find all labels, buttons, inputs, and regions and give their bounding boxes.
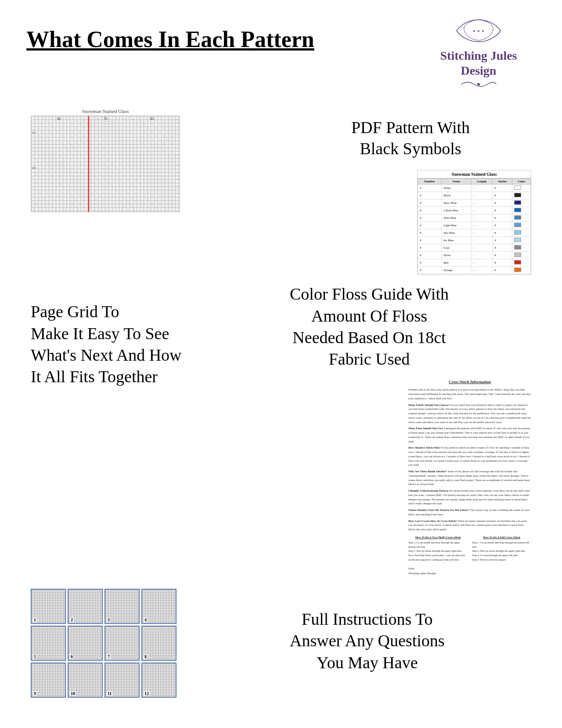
col-length: Length	[471, 179, 492, 185]
stitch-overlay: // This is decorative - just draw many x…	[31, 116, 180, 212]
color-swatch-cell	[512, 199, 531, 207]
floss-row: #Navy Blue-#	[418, 199, 531, 207]
content-grid: Snowman Stained Glass 60 70 80	[26, 104, 536, 702]
page-grid-text: Page Grid To Make It Easy To See What's …	[31, 301, 272, 388]
color-swatch	[514, 268, 521, 272]
logo-swirl-icon: ✦ ✦ ✦	[452, 18, 505, 44]
color-swatch	[514, 223, 521, 227]
cs-para: I Bought A Monochrome Pattern For monoch…	[408, 489, 531, 506]
color-floss-title: Color Floss Guide With Amount Of Floss N…	[290, 283, 449, 370]
full-step: Step 3: Go back through the upper left h…	[472, 554, 531, 558]
cs-info-title: Cross Stitch Information	[408, 379, 531, 385]
color-swatch-cell	[512, 222, 531, 229]
color-swatch	[514, 193, 521, 197]
floss-row: #Gray-#	[418, 244, 531, 252]
floss-row: #Cobalt Blue-#	[418, 207, 531, 214]
thumbnail: 12	[141, 663, 177, 698]
floss-row: #Silver-#	[418, 252, 531, 259]
signature-brand: Stitching Jules Design	[408, 571, 531, 576]
svg-text:✦ ✦ ✦: ✦ ✦ ✦	[472, 29, 485, 33]
cs-para: What Floss Should You Use? I designed th…	[408, 426, 531, 443]
col-number: Number	[418, 179, 442, 185]
cs-paragraphs-container: Whether this is the first cross stitch p…	[408, 388, 531, 532]
logo-area: ✦ ✦ ✦ Stitching Jules Design	[422, 18, 536, 91]
floss-row: #Ice Blue-#	[418, 237, 531, 244]
signature-name: Jules	[408, 566, 531, 571]
thumbnail-number: 4	[144, 617, 148, 622]
floss-table: Snowman Stained Glass Number Name Length…	[417, 170, 531, 275]
bottom-section: Everything Comes Together On Last Page W…	[26, 720, 536, 728]
col-color: Color	[512, 179, 531, 185]
thumbnail: 10	[68, 663, 103, 698]
section-pdf-pattern: PDF Pattern With Black Symbols Snowman S…	[281, 104, 536, 279]
full-step: Step 2: Next go down through the upper r…	[472, 549, 531, 554]
header: What Comes In Each Pattern ✦ ✦ ✦ Stitchi…	[26, 18, 536, 91]
cs-para: Whether this is the first cross stitch p…	[408, 388, 531, 400]
floss-row: #Light Blue-#	[418, 222, 531, 229]
thumbnail-number: 2	[70, 617, 74, 622]
thumbnail: 7	[104, 626, 140, 661]
signature-block: Jules Stitching Jules Design	[408, 566, 531, 576]
grid-pattern: 60 70 80 // This is decorative - just dr…	[31, 116, 180, 212]
full-step: Step 1: Go up needle and floss through t…	[472, 541, 531, 549]
section-pattern-image: Snowman Stained Glass 60 70 80	[26, 104, 281, 279]
cross-stitch-pattern-image: 60 70 80 // This is decorative - just dr…	[31, 116, 180, 212]
thumbnail-number: 8	[144, 654, 148, 659]
section-thumbnails: 123456789101112	[26, 580, 281, 702]
section-page-grid-text: Page Grid To Make It Easy To See What's …	[26, 279, 281, 580]
thumbnail: 1	[31, 589, 66, 624]
floss-row: #White-#	[418, 185, 531, 192]
thumbnail: 8	[141, 626, 177, 661]
svg-point-1	[477, 83, 480, 86]
page: What Comes In Each Pattern ✦ ✦ ✦ Stitchi…	[0, 0, 562, 728]
thumbnail-number: 1	[33, 617, 37, 622]
full-stitch-col: How To Do A Full Cross Stitch Step 1: Go…	[472, 535, 531, 562]
color-swatch-cell	[512, 267, 531, 274]
col-name: Name	[441, 179, 471, 185]
color-swatch	[514, 208, 521, 212]
cs-para: How Can I Learn How To Cross Stitch? The…	[408, 519, 531, 532]
half-stitch-col: How To Do A Two (Half) Cross Stitch Step…	[408, 535, 468, 562]
color-swatch-cell	[512, 237, 531, 244]
thumbnail: 9	[31, 663, 66, 698]
full-stitch-title: How To Do A Full Cross Stitch	[472, 535, 531, 540]
thumbnail-number: 5	[33, 654, 37, 659]
logo-bottom-swirl-icon	[457, 78, 501, 91]
cs-para: Why Are There Blank Stitches? Some of my…	[408, 469, 531, 486]
color-swatch	[514, 230, 521, 235]
full-instructions-title: Full Instructions To Answer Any Question…	[290, 608, 445, 674]
color-swatch	[514, 260, 521, 264]
floss-row: #Black-#	[418, 192, 531, 199]
thumbnail-number: 12	[144, 691, 150, 696]
color-swatch	[514, 253, 521, 257]
section-full-instructions: Full Instructions To Answer Any Question…	[281, 580, 536, 702]
thumbnail: 5	[31, 626, 66, 661]
color-swatch-cell	[512, 207, 531, 214]
floss-row: #Red-#	[418, 259, 531, 267]
pattern-image-title: Snowman Stained Glass	[31, 109, 180, 114]
color-swatch-cell	[512, 229, 531, 237]
color-swatch-cell	[512, 244, 531, 252]
pdf-pattern-title: PDF Pattern With Black Symbols	[290, 117, 531, 159]
stitch-steps: How To Do A Two (Half) Cross Stitch Step…	[408, 535, 531, 562]
thumbnail: 4	[141, 589, 177, 624]
color-swatch-cell	[512, 214, 531, 222]
color-swatch	[514, 200, 521, 205]
half-step: Step 2: Next go down through the upper r…	[408, 549, 468, 554]
thumbnail: 3	[104, 589, 140, 624]
half-step: For a Two/Half Stitch you're done - you …	[408, 554, 468, 562]
floss-table-title: Snowman Stained Glass	[418, 170, 531, 178]
floss-row: #Steel Blue-#	[418, 214, 531, 222]
section-color-floss: Color Floss Guide With Amount Of Floss N…	[281, 279, 536, 580]
thumbnails-grid: 123456789101112	[31, 589, 272, 698]
page-title: What Comes In Each Pattern	[26, 26, 314, 52]
thumbnail-number: 10	[70, 691, 76, 696]
row-numbers: 10 20	[32, 129, 35, 171]
floss-table-content: Number Name Length Skeins Color #White-#…	[418, 178, 531, 274]
color-swatch	[514, 185, 521, 190]
half-steps-container: Step 1: Go up needle and floss through t…	[408, 541, 468, 562]
color-swatch	[514, 245, 521, 250]
thumbnail: 11	[104, 663, 140, 698]
full-steps-container: Step 1: Go up needle and floss through t…	[472, 541, 531, 562]
color-swatch	[514, 215, 521, 220]
